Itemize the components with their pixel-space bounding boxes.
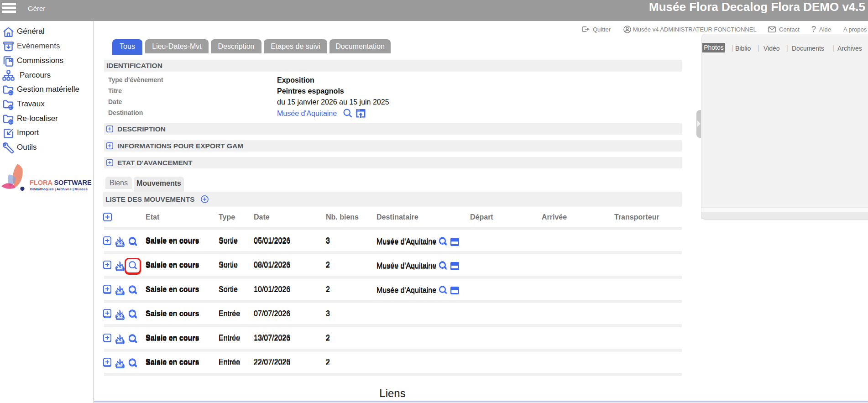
svg-text:Bibliothèques | Archives | Mus: Bibliothèques | Archives | Musées — [30, 187, 88, 191]
svg-text:FLORA SOFTWARE: FLORA SOFTWARE — [30, 179, 92, 186]
